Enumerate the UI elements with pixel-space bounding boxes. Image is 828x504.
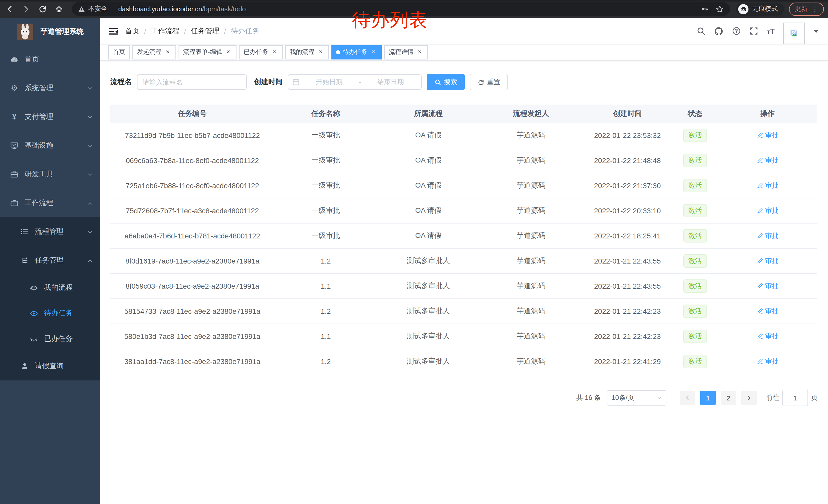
refresh-icon — [478, 79, 484, 85]
breadcrumb: 首页 / 工作流程 / 任务管理 / 待办任务 — [125, 27, 259, 36]
tab-start-process[interactable]: 发起流程× — [132, 45, 176, 59]
browser-forward-icon[interactable] — [19, 2, 33, 16]
close-icon[interactable]: × — [271, 48, 278, 56]
sidebar-item-payment[interactable]: ¥ 支付管理 — [0, 102, 100, 131]
workflow-submenu: 流程管理 任务管理 我的流程 — [0, 217, 100, 380]
search-button[interactable]: 搜索 — [427, 74, 465, 90]
github-icon[interactable] — [714, 27, 723, 36]
close-icon[interactable]: × — [370, 48, 377, 56]
browser-reload-icon[interactable] — [36, 2, 49, 16]
table-row: 58154733-7ac8-11ec-a9e2-a2380e71991a 1.2… — [110, 299, 817, 324]
reset-button[interactable]: 重置 — [470, 74, 508, 90]
sidebar-item-dev-tools[interactable]: 研发工具 — [0, 160, 100, 189]
tab-home[interactable]: 首页× — [108, 45, 130, 59]
approve-button[interactable]: 审批 — [756, 156, 779, 165]
breadcrumb-separator: / — [224, 27, 226, 35]
sidebar-item-my-process[interactable]: 我的流程 — [0, 275, 100, 301]
help-icon[interactable] — [732, 27, 741, 35]
reset-button-label: 重置 — [487, 78, 500, 87]
date-range-picker[interactable]: 开始日期 - 结束日期 — [288, 74, 422, 90]
table-row: 73211d9d-7b9b-11ec-b5b7-acde48001122 一级审… — [110, 123, 817, 148]
tab-label: 我的流程 — [290, 48, 315, 56]
goto-page-input[interactable] — [782, 390, 808, 406]
approve-button[interactable]: 审批 — [756, 281, 779, 291]
tab-done-tasks[interactable]: 已办任务× — [239, 45, 283, 59]
tab-todo-tasks[interactable]: 待办任务× — [331, 45, 382, 59]
approve-button[interactable]: 审批 — [756, 206, 779, 215]
sidebar-item-process-management[interactable]: 流程管理 — [0, 217, 100, 246]
page-button-2[interactable]: 2 — [721, 391, 736, 405]
sidebar-item-done-tasks[interactable]: 已办任务 — [0, 326, 100, 352]
status-badge: 激活 — [683, 229, 707, 242]
close-icon[interactable]: × — [317, 48, 324, 56]
key-icon[interactable] — [701, 5, 708, 13]
search-icon[interactable] — [697, 27, 706, 35]
chevron-up-icon — [87, 200, 93, 206]
page-size-select[interactable]: 10条/页 — [607, 390, 666, 406]
close-icon[interactable]: × — [225, 48, 232, 56]
sidebar-item-infrastructure[interactable]: 基础设施 — [0, 131, 100, 160]
eye-closed-icon — [30, 334, 38, 343]
sidebar-item-home[interactable]: 首页 — [0, 45, 100, 74]
bookmark-star-icon[interactable] — [716, 5, 724, 13]
sidebar-item-system[interactable]: ⚙ 系统管理 — [0, 74, 100, 102]
cell-task-id: 580e1b3d-7ac8-11ec-a9e2-a2380e71991a — [110, 332, 275, 340]
end-date-placeholder: 结束日期 — [364, 78, 417, 87]
dashboard-icon — [10, 55, 18, 64]
browser-back-icon[interactable] — [3, 2, 16, 16]
close-icon[interactable]: × — [416, 48, 423, 56]
page-content: 流程名 创建时间 开始日期 - 结束日期 搜索 重置 — [100, 60, 828, 406]
approve-button[interactable]: 审批 — [756, 307, 779, 316]
sidebar-item-label: 我的流程 — [44, 283, 73, 292]
url-host: dashboard.yudao.iocoder.cn — [118, 5, 202, 13]
table-row: 580e1b3d-7ac8-11ec-a9e2-a2380e71991a 1.1… — [110, 324, 817, 349]
next-page-button[interactable] — [741, 391, 757, 405]
browser-update-button[interactable]: 更新 ⋮ — [789, 2, 824, 16]
monitor-icon — [10, 141, 18, 150]
font-size-icon[interactable]: TT — [767, 27, 775, 35]
approve-button[interactable]: 审批 — [756, 131, 779, 140]
tab-process-form-edit[interactable]: 流程表单-编辑× — [178, 45, 237, 59]
url-path: /bpm/task/todo — [202, 5, 246, 13]
cell-created: 2022-01-21 22:42:23 — [582, 307, 672, 315]
app-logo[interactable]: 芋道管理系统 — [0, 18, 100, 45]
chevron-down-icon — [657, 395, 662, 401]
sidebar-item-leave-query[interactable]: 请假查询 — [0, 352, 100, 380]
avatar[interactable] — [783, 22, 805, 44]
breadcrumb-workflow[interactable]: 工作流程 — [151, 27, 179, 36]
process-name-input[interactable] — [137, 74, 247, 90]
page-button-1[interactable]: 1 — [700, 391, 716, 405]
sidebar-item-todo-tasks[interactable]: 待办任务 — [0, 301, 100, 326]
cell-process: 测试多审批人 — [377, 307, 480, 316]
todo-list-annotation: 待办列表 — [352, 8, 428, 33]
cell-process: 测试多审批人 — [377, 256, 480, 266]
avatar-dropdown-caret-icon[interactable] — [814, 30, 819, 33]
cell-process: OA 请假 — [377, 156, 480, 165]
breadcrumb-task-management[interactable]: 任务管理 — [191, 27, 219, 36]
sidebar-item-label: 工作流程 — [25, 198, 53, 208]
search-icon — [434, 79, 441, 85]
sidebar-item-task-management[interactable]: 任务管理 — [0, 246, 100, 275]
fullscreen-icon[interactable] — [750, 27, 758, 35]
tab-process-detail[interactable]: 流程详情× — [384, 45, 428, 59]
todo-task-table: 任务编号 任务名称 所属流程 流程发起人 创建时间 状态 操作 73211d9d… — [110, 104, 817, 374]
sidebar-item-workflow[interactable]: 工作流程 — [0, 189, 100, 217]
approve-button[interactable]: 审批 — [756, 357, 779, 366]
approve-button[interactable]: 审批 — [756, 256, 779, 266]
browser-menu-dots-icon[interactable]: ⋮ — [812, 5, 818, 13]
approve-button[interactable]: 审批 — [756, 181, 779, 190]
prev-page-button[interactable] — [680, 391, 695, 405]
sidebar-collapse-icon[interactable] — [100, 18, 125, 44]
tab-my-process[interactable]: 我的流程× — [285, 45, 329, 59]
page-unit-label: 页 — [811, 393, 818, 403]
close-icon[interactable]: × — [164, 48, 171, 56]
browser-home-icon[interactable] — [52, 2, 66, 16]
table-row: 8f059c03-7ac8-11ec-a9e2-a2380e71991a 1.1… — [110, 274, 817, 299]
approve-button[interactable]: 审批 — [756, 231, 779, 240]
breadcrumb-home[interactable]: 首页 — [125, 27, 139, 36]
approve-button[interactable]: 审批 — [756, 332, 779, 341]
breadcrumb-separator: / — [184, 27, 186, 35]
approve-label: 审批 — [765, 231, 779, 240]
status-badge: 激活 — [683, 179, 707, 192]
col-task-id: 任务编号 — [110, 109, 275, 119]
